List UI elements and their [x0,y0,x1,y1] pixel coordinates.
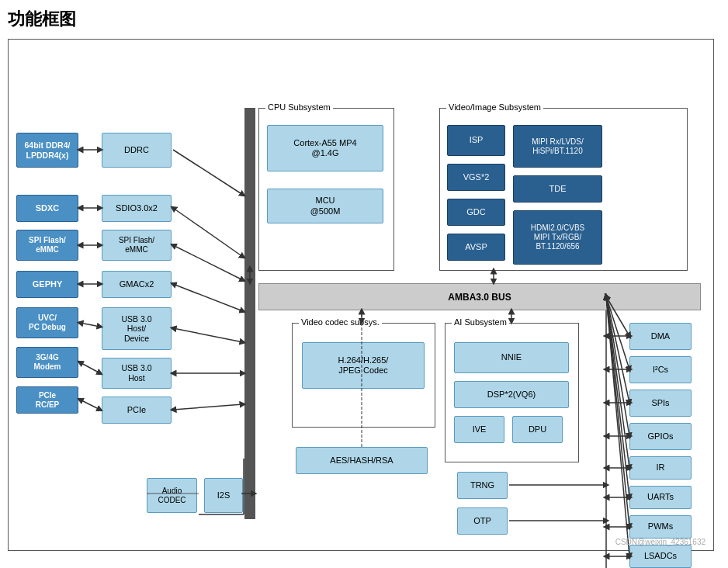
int-avsp: AVSP [447,234,505,261]
diagram-container: 64bit DDR4/LPDDR4(x) SDXC SPI Flash/eMMC… [8,39,714,551]
svg-line-9 [173,245,243,280]
ai-subsystem-label: AI Subsystem [452,317,509,327]
cpu-subsystem-label: CPU Subsystem [265,102,333,112]
svg-line-4 [80,323,100,327]
int-spis: SPIs [629,390,692,417]
int-mipi-rx: MIPI Rx/LVDS/HiSPi/BT.1120 [513,125,602,168]
svg-line-7 [173,150,243,195]
int-aes: AES/HASH/RSA [296,447,428,474]
int-mcu: MCU@500M [267,189,383,223]
int-ir: IR [629,456,692,480]
int-trng: TRNG [457,472,508,499]
int-gpios: GPIOs [629,423,692,450]
svg-line-23 [606,296,629,497]
page-title: 功能框图 [8,8,720,31]
ext-spi-flash: SPI Flash/eMMC [16,230,78,261]
int-dma: DMA [629,323,692,350]
int-gdc: GDC [447,199,505,226]
int-pwms: PWMs [629,515,692,539]
ext-pcie-ep: PCIeRC/EP [16,386,78,414]
ext-modem: 3G/4GModem [16,347,78,378]
svg-line-5 [80,362,100,373]
svg-line-6 [80,400,100,410]
int-ive: IVE [454,416,504,443]
int-spi-emmc: SPI Flash/eMMC [102,230,172,261]
svg-line-13 [173,404,243,410]
int-sdio: SDIO3.0x2 [102,195,172,222]
svg-line-20 [606,296,629,403]
int-i2s: I2S [204,478,243,513]
watermark: CSDN@weixin_42361632 [615,538,705,546]
int-audio-codec: AudioCODEC [147,478,197,513]
int-tde: TDE [513,175,602,203]
svg-line-11 [173,328,243,342]
svg-line-8 [173,208,243,257]
int-usb-host: USB 3.0Host [102,358,172,389]
int-usb-host-dev: USB 3.0Host/Device [102,307,172,350]
ext-gephy: GEPHY [16,271,78,298]
video-image-subsystem-label: Video/Image Subsystem [446,102,543,112]
int-pcie: PCIe [102,397,172,424]
int-otp: OTP [457,507,508,535]
int-i2cs: I²Cs [629,356,692,383]
ext-uvc: UVC/PC Debug [16,307,78,338]
int-nnie: NNIE [454,342,569,373]
amba-bus: AMBA3.0 BUS [258,283,701,310]
int-lsadcs: LSADCs [629,545,692,568]
ext-ddr4: 64bit DDR4/LPDDR4(x) [16,133,78,168]
int-cortex: Cortex-A55 MP4@1.4G [267,125,383,171]
svg-line-22 [606,296,629,468]
int-gmac: GMACx2 [102,271,172,298]
int-hdmi: HDMI2.0/CVBSMIPI Tx/RGB/BT.1120/656 [513,210,602,265]
vertical-bus-bar [244,108,255,519]
svg-line-24 [606,296,629,527]
int-h264: H.264/H.265/JPEG Codec [302,342,425,389]
int-ddrc: DDRC [102,133,172,168]
svg-line-21 [606,296,629,436]
video-codec-label: Video codec subsys. [299,317,382,327]
int-vgs2: VGS*2 [447,164,505,191]
int-isp: ISP [447,125,505,156]
int-dpu: DPU [512,416,563,443]
svg-line-10 [173,284,243,311]
ext-sdxc: SDXC [16,195,78,222]
svg-line-25 [606,296,629,556]
int-dsp: DSP*2(VQ6) [454,381,569,408]
int-uarts: UARTs [629,486,692,509]
